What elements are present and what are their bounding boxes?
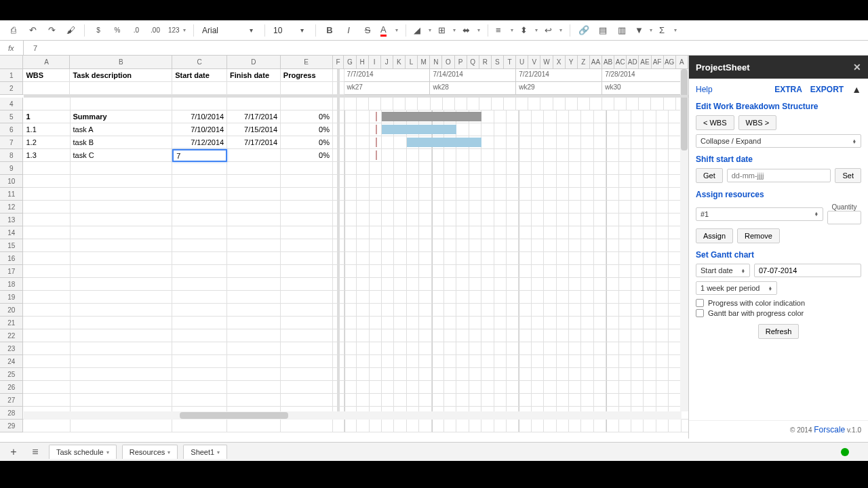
wbs-cell[interactable]: 1.2: [23, 136, 70, 149]
cell[interactable]: [172, 239, 227, 252]
row-header[interactable]: 18: [0, 278, 23, 291]
column-header[interactable]: AB: [602, 56, 614, 69]
filter-icon[interactable]: ▼: [633, 22, 654, 39]
redo-icon[interactable]: ↷: [43, 22, 60, 39]
cell[interactable]: [71, 291, 173, 304]
cell[interactable]: [172, 162, 227, 175]
cell[interactable]: [71, 226, 173, 239]
cell[interactable]: [71, 278, 173, 291]
cell[interactable]: [172, 381, 227, 394]
gantt-bar[interactable]: [382, 125, 456, 134]
cell[interactable]: [227, 265, 281, 278]
cell[interactable]: [23, 368, 70, 381]
gantt-startdate-type-select[interactable]: Start date: [696, 264, 750, 277]
gantt-bar[interactable]: [382, 112, 481, 121]
column-header[interactable]: P: [455, 56, 467, 69]
cell[interactable]: [71, 214, 173, 226]
cell[interactable]: [281, 342, 333, 355]
cell[interactable]: [281, 226, 333, 239]
cell[interactable]: [172, 394, 227, 407]
cell[interactable]: [227, 394, 281, 407]
gantt-period-select[interactable]: 1 week per period: [696, 281, 777, 295]
row-header[interactable]: 5: [0, 110, 23, 123]
gantt-bar[interactable]: [407, 138, 481, 147]
row-header[interactable]: 12: [0, 201, 23, 214]
task-cell[interactable]: task C: [71, 149, 173, 162]
get-button[interactable]: Get: [696, 168, 723, 183]
row-header[interactable]: 29: [0, 420, 23, 432]
font-name-select[interactable]: Arial: [199, 24, 240, 37]
cell[interactable]: [172, 175, 227, 188]
paint-format-icon[interactable]: 🖌: [62, 22, 79, 39]
column-header[interactable]: V: [528, 56, 540, 69]
cell[interactable]: [71, 342, 173, 355]
inc-decimal-icon[interactable]: .00: [147, 22, 163, 39]
font-size-select[interactable]: 10: [271, 24, 291, 37]
cell[interactable]: [172, 317, 227, 329]
cell[interactable]: [172, 278, 227, 291]
cell[interactable]: [281, 381, 333, 394]
cell[interactable]: [227, 188, 281, 201]
forscale-link[interactable]: Forscale: [814, 425, 845, 434]
cell[interactable]: [227, 252, 281, 265]
cell[interactable]: [23, 162, 70, 175]
cell[interactable]: [227, 420, 281, 432]
row-header[interactable]: 13: [0, 214, 23, 226]
extra-link[interactable]: EXTRA: [774, 85, 802, 94]
cell[interactable]: [71, 304, 173, 317]
progress-cell[interactable]: 0%: [281, 110, 333, 123]
cell[interactable]: [227, 239, 281, 252]
all-sheets-button[interactable]: ≡: [27, 444, 43, 460]
set-button[interactable]: Set: [835, 168, 861, 183]
wbs-cell[interactable]: 1.3: [23, 149, 70, 162]
text-color-icon[interactable]: A: [378, 22, 400, 39]
italic-icon[interactable]: I: [340, 22, 357, 39]
percent-icon[interactable]: %: [109, 22, 125, 39]
cell[interactable]: [23, 394, 70, 407]
cell[interactable]: [281, 291, 333, 304]
row-header[interactable]: 26: [0, 381, 23, 394]
row-header[interactable]: 24: [0, 355, 23, 368]
row-header[interactable]: 10: [0, 175, 23, 188]
task-cell[interactable]: task A: [71, 123, 173, 136]
cell[interactable]: [227, 355, 281, 368]
cell[interactable]: [281, 394, 333, 407]
cell[interactable]: [172, 355, 227, 368]
row-header[interactable]: 2: [0, 82, 23, 95]
row-header[interactable]: 23: [0, 342, 23, 355]
cell[interactable]: [71, 98, 173, 110]
cell[interactable]: [172, 252, 227, 265]
column-header[interactable]: W: [540, 56, 553, 69]
column-header[interactable]: T: [504, 56, 516, 69]
cell[interactable]: [71, 317, 173, 329]
cell[interactable]: [281, 304, 333, 317]
cell[interactable]: [23, 188, 70, 201]
cell[interactable]: [23, 226, 70, 239]
start-date-cell[interactable]: 7/10/2014: [172, 123, 227, 136]
column-header[interactable]: AD: [627, 56, 639, 69]
column-header[interactable]: L: [406, 56, 418, 69]
cell[interactable]: [281, 317, 333, 329]
cell[interactable]: [71, 188, 173, 201]
quantity-input[interactable]: [827, 211, 861, 224]
fx-value[interactable]: 7: [24, 44, 37, 52]
row-header[interactable]: 21: [0, 317, 23, 329]
column-header[interactable]: Q: [467, 56, 479, 69]
cell[interactable]: [172, 226, 227, 239]
row-header[interactable]: 17: [0, 265, 23, 278]
cell[interactable]: [281, 252, 333, 265]
column-header[interactable]: Y: [566, 56, 578, 69]
cell[interactable]: [281, 201, 333, 214]
wbs-cell[interactable]: 1.1: [23, 123, 70, 136]
fill-color-icon[interactable]: ◢: [412, 22, 433, 39]
cell[interactable]: [281, 420, 333, 432]
cell[interactable]: [23, 278, 70, 291]
finish-date-cell[interactable]: 7/17/2014: [227, 110, 281, 123]
cell[interactable]: [71, 162, 173, 175]
link-icon[interactable]: 🔗: [576, 22, 592, 39]
cell[interactable]: [23, 329, 70, 342]
column-header[interactable]: F: [333, 56, 344, 69]
column-header[interactable]: AA: [590, 56, 602, 69]
row-header[interactable]: 14: [0, 226, 23, 239]
cell[interactable]: [71, 368, 173, 381]
